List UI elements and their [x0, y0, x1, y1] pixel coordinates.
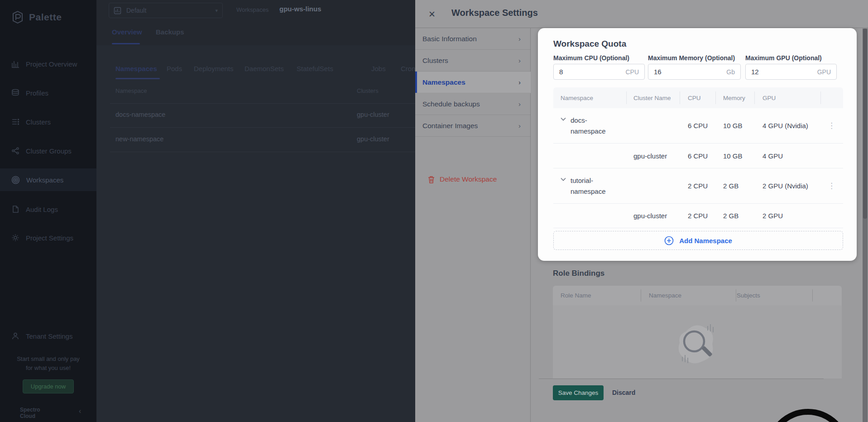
role-bindings-title: Role Bindings [553, 269, 604, 278]
chevron-down-icon: ▾ [215, 8, 218, 14]
modal-nav-label: Clusters [422, 57, 448, 65]
sidebar-collapse-icon[interactable]: ‹ [79, 407, 81, 415]
project-selector-value: Default [126, 7, 146, 14]
bg-row-cluster: gpu-cluster [357, 111, 389, 118]
modal-nav-schedule-backups[interactable]: Schedule backups› [415, 93, 531, 115]
sidebar-item-cluster-groups[interactable]: Cluster Groups [0, 139, 96, 162]
sidebar-item-label: Workspaces [26, 176, 63, 184]
gpu-value: 2 GPU (Nvidia) [754, 182, 820, 190]
cpu-value: 2 CPU [680, 212, 715, 220]
nodes-icon [11, 147, 19, 155]
col-memory: Memory [715, 95, 754, 101]
max-cpu-input[interactable]: 8 CPU [553, 64, 645, 80]
max-gpu-label: Maximum GPU (Optional) [745, 54, 822, 62]
modal-scrollbar[interactable] [863, 29, 868, 422]
chevron-down-icon[interactable] [561, 117, 566, 121]
discard-button[interactable]: Discard [612, 389, 635, 396]
cpu-value: 6 CPU [680, 122, 715, 129]
add-namespace-button[interactable]: Add Namespace [553, 231, 843, 250]
max-memory-input[interactable]: 16 Gb [648, 64, 741, 80]
modal-nav: Basic Information› Clusters› Namespaces›… [415, 28, 531, 422]
role-bindings-header: Role Name Namespace Subjects [553, 286, 842, 305]
chevron-right-icon: › [518, 57, 521, 64]
col-namespace: Namespace [641, 292, 728, 299]
modal-nav-namespaces[interactable]: Namespaces› [415, 72, 531, 93]
kebab-menu-icon[interactable]: ⋮ [820, 121, 843, 130]
subtab-jobs[interactable]: Jobs [371, 65, 386, 72]
brand-line1: Spectro [20, 407, 40, 413]
bg-row-namespace[interactable]: new-namespace [115, 135, 163, 143]
cluster-subrow: gpu-cluster 2 CPU 2 GB 2 GPU [553, 204, 843, 228]
subtab-deployments[interactable]: Deployments [194, 65, 234, 72]
modal-nav-container-images[interactable]: Container Images› [415, 115, 531, 137]
chevron-down-icon[interactable] [561, 177, 566, 181]
max-gpu-value: 12 [751, 68, 759, 76]
namespace-row: tutorial-namespace 2 CPU 2 GB 2 GPU (Nvi… [553, 168, 843, 204]
max-gpu-input[interactable]: 12 GPU [745, 64, 837, 80]
subtab-namespaces[interactable]: Namespaces [115, 65, 157, 72]
sidebar-item-project-settings[interactable]: Project Settings [0, 226, 96, 249]
sidebar-item-tenant-settings[interactable]: Tenant Settings [0, 325, 96, 347]
document-icon [11, 205, 19, 213]
max-memory-unit: Gb [726, 68, 735, 76]
workspace-settings-modal: ✕ Workspace Settings Basic Information› … [415, 0, 868, 422]
scrollbar-thumb[interactable] [863, 29, 867, 219]
gpu-value: 2 GPU [754, 212, 820, 220]
gpu-value: 4 GPU [754, 152, 820, 160]
user-icon [11, 332, 19, 340]
chevron-right-icon: › [518, 78, 521, 86]
tab-overview[interactable]: Overview [112, 28, 142, 36]
modal-nav-label: Basic Information [422, 35, 477, 43]
gpu-value: 4 GPU (Nvidia) [754, 122, 820, 129]
save-changes-button[interactable]: Save Changes [553, 385, 604, 400]
memory-value: 10 GB [715, 122, 754, 129]
spectro-cloud-logo: Spectro Cloud [20, 407, 40, 419]
col-namespace: Namespace [553, 95, 626, 101]
add-namespace-label: Add Namespace [679, 237, 732, 245]
max-memory-label: Maximum Memory (Optional) [648, 54, 735, 62]
modal-nav-clusters[interactable]: Clusters› [415, 50, 531, 72]
sidebar-item-project-overview[interactable]: Project Overview [0, 53, 96, 75]
bg-row-namespace[interactable]: docs-namespace [115, 111, 165, 118]
tab-backups[interactable]: Backups [156, 28, 184, 36]
breadcrumb: Workspaces [236, 6, 269, 13]
cluster-name: gpu-cluster [626, 152, 680, 160]
upgrade-now-button[interactable]: Upgrade now [23, 379, 74, 393]
cluster-subrow: gpu-cluster 6 CPU 10 GB 4 GPU [553, 144, 843, 168]
namespace-quota-table: Namespace Cluster Name CPU Memory GPU d [553, 87, 843, 228]
project-selector[interactable]: Default ▾ [109, 3, 223, 18]
max-gpu-unit: GPU [817, 68, 831, 76]
sidebar-item-profiles[interactable]: Profiles [0, 82, 96, 104]
chevron-right-icon: › [518, 35, 521, 43]
app-sidebar: Palette Project Overview Profiles Cluste… [0, 0, 96, 422]
close-icon[interactable]: ✕ [426, 8, 438, 20]
chevron-right-icon: › [518, 100, 521, 108]
sidebar-item-label: Project Settings [26, 234, 73, 242]
sidebar-item-clusters[interactable]: Clusters [0, 110, 96, 133]
namespace-name: docs-namespace [571, 115, 614, 137]
modal-nav-basic-information[interactable]: Basic Information› [415, 28, 531, 50]
active-tab-underline [112, 43, 140, 44]
col-subjects: Subjects [728, 292, 805, 299]
trash-icon [428, 176, 435, 183]
namespace-name: tutorial-namespace [571, 175, 614, 197]
subtab-pods[interactable]: Pods [167, 65, 182, 72]
gear-icon [11, 234, 19, 242]
subtab-statefulsets[interactable]: StatefulSets [297, 65, 333, 72]
sidebar-item-audit-logs[interactable]: Audit Logs [0, 198, 96, 221]
workspace-quota-card: Workspace Quota Maximum CPU (Optional) M… [538, 28, 857, 261]
col-cluster-name: Cluster Name [626, 95, 680, 101]
col-cpu: CPU [680, 95, 715, 101]
delete-workspace-button[interactable]: Delete Workspace [415, 170, 531, 188]
modal-nav-label: Namespaces [422, 78, 465, 86]
quota-title: Workspace Quota [553, 39, 626, 49]
subtab-daemonsets[interactable]: DaemonSets [245, 65, 284, 72]
modal-nav-label: Schedule backups [422, 100, 480, 108]
project-icon [114, 7, 121, 14]
kebab-menu-icon[interactable]: ⋮ [820, 181, 843, 191]
sidebar-item-label: Profiles [26, 89, 48, 97]
sidebar-item-workspaces[interactable]: Workspaces [0, 168, 96, 191]
sidebar-item-label: Audit Logs [26, 206, 58, 213]
palette-logo-icon [11, 10, 24, 24]
palette-logo-text: Palette [29, 12, 62, 23]
